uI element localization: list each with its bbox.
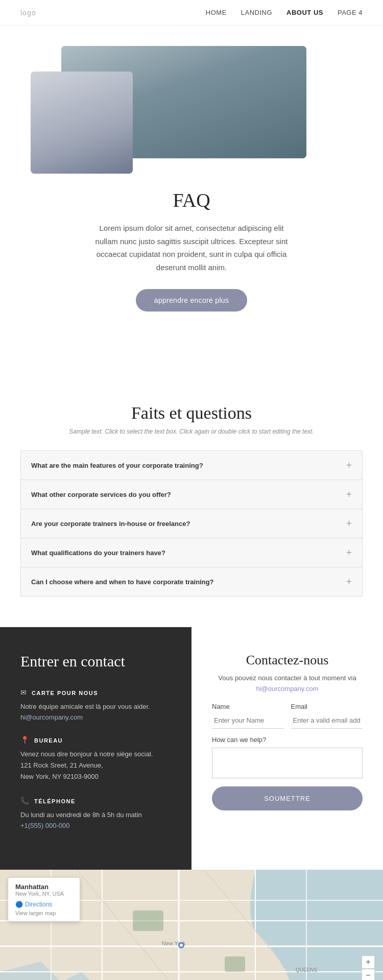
contact-phone-text: Du lundi au vendredi de 8h à 5h du matin <box>20 809 171 821</box>
form-name-field: Name <box>212 703 284 729</box>
contact-form-title: Contactez-nous <box>212 653 363 668</box>
svg-point-6 <box>207 87 222 102</box>
zoom-in-button[interactable]: + <box>362 955 375 969</box>
accordion-expand-icon-3: + <box>346 518 352 529</box>
soumettre-button[interactable]: SOUMETTRE <box>212 786 363 810</box>
zoom-out-button[interactable]: − <box>362 969 375 980</box>
nav-about-us[interactable]: ABOUT US <box>286 9 323 16</box>
contact-form-desc: Vous pouvez nous contacter à tout moment… <box>212 674 363 682</box>
accordion-item-4[interactable]: What qualifications do your trainers hav… <box>20 538 363 567</box>
hero-section: FAQ Lorem ipsum dolor sit amet, consecte… <box>0 26 383 352</box>
map-view-larger[interactable]: View larger map <box>15 910 73 916</box>
email-input[interactable] <box>291 712 363 729</box>
accordion-expand-icon-1: + <box>346 460 352 470</box>
contact-block-bureau: 📍 BUREAU Venez nous dire bonjour à notre… <box>20 736 171 782</box>
accordion-expand-icon-2: + <box>346 489 352 499</box>
faq-description: Lorem ipsum dolor sit amet, consectetur … <box>94 222 289 274</box>
nav-landing[interactable]: LANDING <box>241 9 272 16</box>
accordion-question-4: What qualifications do your trainers hav… <box>31 549 165 557</box>
svg-point-13 <box>59 87 94 128</box>
contact-email-title: CARTE POUR NOUS <box>32 690 98 696</box>
apprendre-button[interactable]: apprendre encore plus <box>136 289 247 312</box>
accordion-item-1[interactable]: What are the main features of your corpo… <box>20 450 363 480</box>
contact-phone-header: 📞 TÉLÉPHONE <box>20 797 171 805</box>
footer-contact: Entrer en contact ✉ CARTE POUR NOUS Notr… <box>0 627 383 870</box>
directions-icon: 🔵 <box>15 901 23 908</box>
svg-rect-16 <box>76 108 83 112</box>
contact-block-phone: 📞 TÉLÉPHONE Du lundi au vendredi de 8h à… <box>20 797 171 830</box>
map-location-name: Manhattan <box>15 883 73 891</box>
accordion-item-2[interactable]: What other corporate services do you off… <box>20 480 363 509</box>
footer-right: Contactez-nous Vous pouvez nous contacte… <box>192 627 383 870</box>
map-directions[interactable]: 🔵 Directions <box>15 901 73 908</box>
contact-email-text: Notre équipe amicale est là pour vous ai… <box>20 701 171 712</box>
spacer <box>0 352 383 383</box>
navigation: logo HOME LANDING ABOUT US PAGE 4 <box>0 0 383 26</box>
nav-links: HOME LANDING ABOUT US PAGE 4 <box>206 9 363 16</box>
faq-title: FAQ <box>94 189 289 211</box>
svg-text:QUEENS: QUEENS <box>296 967 318 973</box>
footer-left-title: Entrer en contact <box>20 653 171 670</box>
accordion-question-1: What are the main features of your corpo… <box>31 462 203 469</box>
nav-page4[interactable]: PAGE 4 <box>338 9 363 16</box>
accordion-expand-icon-4: + <box>346 547 352 558</box>
form-name-email-row: Name Email <box>212 703 363 729</box>
hero-overlay-card <box>31 71 133 174</box>
svg-rect-11 <box>31 71 133 174</box>
faits-section: Faits et questions Sample text. Click to… <box>0 383 383 435</box>
footer-left: Entrer en contact ✉ CARTE POUR NOUS Notr… <box>0 627 192 870</box>
svg-rect-31 <box>225 957 245 972</box>
nav-home[interactable]: HOME <box>206 9 227 16</box>
accordion-item-3[interactable]: Are your corporate trainers in-house or … <box>20 509 363 538</box>
accordion-expand-icon-5: + <box>346 577 352 587</box>
svg-point-37 <box>180 944 183 947</box>
logo: logo <box>20 9 36 17</box>
map-zoom-controls: + − <box>362 955 375 980</box>
accordion-item-5[interactable]: Can I choose where and when to have corp… <box>20 567 363 596</box>
contact-bureau-text: Venez nous dire bonjour à notre siège so… <box>20 749 171 782</box>
svg-point-8 <box>238 86 252 100</box>
contact-phone-title: TÉLÉPHONE <box>34 798 76 804</box>
svg-point-5 <box>203 93 226 122</box>
svg-point-14 <box>57 82 96 112</box>
form-email-field: Email <box>291 703 363 729</box>
form-help-field: How can we help? <box>212 736 363 778</box>
location-icon: 📍 <box>20 736 29 745</box>
faq-content: FAQ Lorem ipsum dolor sit amet, consecte… <box>74 158 309 322</box>
faits-subtitle: Sample text. Click to select the text bo… <box>20 428 363 435</box>
help-label: How can we help? <box>212 736 363 744</box>
contact-block-email: ✉ CARTE POUR NOUS Notre équipe amicale e… <box>20 688 171 722</box>
help-textarea[interactable] <box>212 748 363 778</box>
faits-title: Faits et questions <box>20 403 363 423</box>
email-label: Email <box>291 703 363 710</box>
svg-rect-15 <box>65 108 73 112</box>
mail-icon: ✉ <box>20 688 27 697</box>
accordion-question-3: Are your corporate trainers in-house or … <box>31 520 190 528</box>
contact-email-header: ✉ CARTE POUR NOUS <box>20 688 171 697</box>
map-overlay-card: Manhattan New York, NY, USA 🔵 Directions… <box>8 878 80 921</box>
map-section: New York Newark QUEENS BROOKLYN Manhatta… <box>0 870 383 980</box>
svg-point-2 <box>102 47 143 55</box>
svg-rect-12 <box>31 71 133 174</box>
contact-bureau-header: 📍 BUREAU <box>20 736 171 745</box>
contact-email-link[interactable]: hi@ourcompany.com <box>20 713 83 721</box>
hero-image-container <box>61 46 306 158</box>
name-label: Name <box>212 703 284 710</box>
svg-rect-30 <box>133 911 163 931</box>
map-location-sub: New York, NY, USA <box>15 891 73 897</box>
svg-point-7 <box>234 91 256 122</box>
accordion-question-5: Can I choose where and when to have corp… <box>31 578 214 586</box>
directions-label: Directions <box>25 901 52 908</box>
svg-point-9 <box>263 91 283 119</box>
accordion-question-2: What other corporate services do you off… <box>31 491 171 498</box>
contact-phone-link[interactable]: +1(555) 000-000 <box>20 822 70 829</box>
svg-point-10 <box>267 86 280 100</box>
contact-bureau-title: BUREAU <box>34 737 63 744</box>
accordion: What are the main features of your corpo… <box>20 450 363 596</box>
name-input[interactable] <box>212 712 284 729</box>
contact-form-email-link[interactable]: hi@ourcompany.com <box>212 685 363 692</box>
phone-icon: 📞 <box>20 797 29 805</box>
svg-point-3 <box>184 47 225 55</box>
